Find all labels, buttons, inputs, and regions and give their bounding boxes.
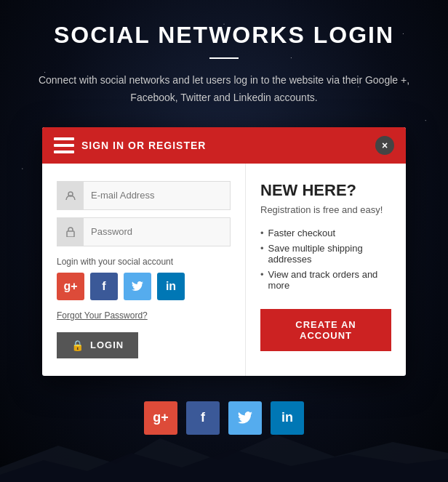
bottom-twitter-button[interactable] — [228, 401, 262, 435]
list-icon — [54, 137, 74, 153]
login-lock-icon: 🔒 — [71, 340, 84, 351]
user-icon — [57, 182, 84, 209]
left-panel: Login with your social account g+ f in F… — [42, 164, 246, 376]
login-modal: SIGN IN OR REGISTER × — [42, 127, 406, 376]
bottom-linkedin-button[interactable]: in — [271, 401, 304, 435]
facebook-login-button[interactable]: f — [90, 273, 118, 300]
benefit-item: Faster checkout — [260, 225, 391, 241]
page-description: Connect with social networks and let use… — [15, 72, 433, 107]
google-login-button[interactable]: g+ — [57, 273, 84, 300]
benefits-list: Faster checkout Save multiple shipping a… — [260, 225, 391, 293]
email-input[interactable] — [84, 184, 230, 206]
modal-header-left: SIGN IN OR REGISTER — [54, 137, 206, 153]
password-input[interactable] — [84, 220, 230, 243]
svg-rect-3 — [67, 231, 74, 237]
login-button-label: LOGIN — [90, 340, 124, 350]
social-login-buttons: g+ f in — [57, 273, 231, 300]
password-input-group — [57, 217, 231, 246]
modal-header-title: SIGN IN OR REGISTER — [81, 140, 206, 151]
modal-body: Login with your social account g+ f in F… — [42, 164, 406, 376]
registration-text: Registration is free and easy! — [260, 204, 391, 215]
lock-icon — [57, 218, 84, 246]
social-login-label: Login with your social account — [57, 257, 231, 267]
bottom-google-button[interactable]: g+ — [144, 401, 177, 435]
login-button[interactable]: 🔒 LOGIN — [57, 332, 138, 358]
email-input-group — [57, 181, 231, 210]
modal-close-button[interactable]: × — [375, 136, 394, 155]
right-panel: NEW HERE? Registration is free and easy!… — [246, 164, 406, 376]
benefit-item: View and track orders and more — [260, 267, 391, 293]
forgot-password-link[interactable]: Forgot Your Password? — [57, 310, 231, 321]
modal-header: SIGN IN OR REGISTER × — [42, 127, 406, 164]
title-divider — [209, 57, 239, 59]
create-account-button[interactable]: CREATE AN ACCOUNT — [260, 309, 391, 351]
twitter-login-button[interactable] — [124, 273, 151, 300]
new-here-title: NEW HERE? — [260, 181, 391, 200]
benefit-item: Save multiple shipping addresses — [260, 241, 391, 267]
linkedin-login-button[interactable]: in — [157, 273, 185, 300]
bottom-social-buttons: g+ f in — [144, 401, 304, 435]
page-title: SOCIAL NETWORKS LOGIN — [54, 22, 394, 49]
bottom-facebook-button[interactable]: f — [186, 401, 220, 435]
